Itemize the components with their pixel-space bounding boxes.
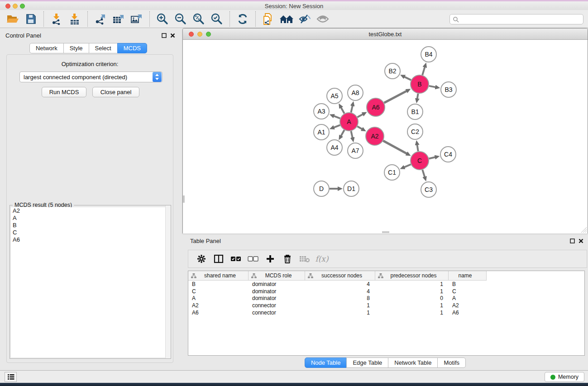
edge-B-B4[interactable] [422,67,425,75]
edge-C-C4[interactable] [429,157,435,158]
float-panel-icon[interactable] [161,33,167,38]
edge-B-B1[interactable] [417,94,418,99]
table-row[interactable]: A2connector11A2 [188,302,584,309]
table-cell[interactable]: 1 [375,302,449,309]
add-column-icon[interactable] [263,252,278,266]
close-panel-icon[interactable] [170,33,176,38]
zoom-selected-icon[interactable] [209,11,225,27]
edge-A-A6[interactable] [357,114,363,117]
table-cell[interactable]: A2 [449,302,487,309]
edge-A-A1[interactable] [334,125,340,127]
edge-A6-B[interactable] [384,91,407,103]
close-panel-button[interactable]: Close panel [92,87,139,97]
float-table-panel-icon[interactable] [569,238,575,244]
tab-select[interactable]: Select [89,43,118,53]
column-header-successor-nodes[interactable]: successor nodes [305,271,375,281]
canvas-horizontal-scrollbar[interactable] [382,231,389,233]
mcds-list-scrollbar[interactable] [165,205,171,358]
select-all-columns-icon[interactable] [228,252,244,266]
table-cell[interactable]: dominator [249,288,305,295]
mcds-result-item[interactable]: B [11,222,170,229]
first-neighbors-icon[interactable] [279,11,294,27]
show-graphics-details-icon[interactable] [315,11,330,27]
node-table[interactable]: shared nameMCDS rolesuccessor nodesprede… [188,271,585,356]
save-session-icon[interactable] [23,11,38,27]
search-field[interactable] [459,15,583,24]
edge-A-A8[interactable] [351,105,352,112]
table-cell[interactable]: 1 [375,310,449,316]
table-cell[interactable]: A2 [188,302,249,309]
edge-A2-C[interactable] [383,141,406,154]
table-row[interactable]: A6connector11A6 [188,309,584,316]
close-table-panel-icon[interactable] [578,238,584,244]
table-cell[interactable]: dominator [249,281,305,287]
tab-motifs[interactable]: Motifs [437,357,466,368]
table-cell[interactable]: C [188,288,249,295]
table-row[interactable]: Adominator80A [188,295,584,302]
table-row[interactable]: Cdominator41C [188,288,584,295]
tab-edge-table[interactable]: Edge Table [346,357,388,368]
import-table-icon[interactable] [67,11,82,27]
table-cell[interactable]: A6 [188,310,249,316]
search-input[interactable] [449,14,583,24]
import-network-icon[interactable] [49,11,64,27]
table-cell[interactable]: dominator [249,295,305,301]
edge-B-B2[interactable] [404,77,411,80]
table-cell[interactable]: A [188,295,249,301]
column-header-shared-name[interactable]: shared name [188,271,249,281]
table-cell[interactable]: 1 [305,310,375,316]
mcds-result-list[interactable]: A2ABCA6 [11,207,170,357]
show-column-panel-icon[interactable] [211,252,226,266]
function-builder-icon[interactable]: f(x) [314,252,330,266]
table-cell[interactable]: 8 [305,295,375,301]
zoom-fit-icon[interactable] [191,11,206,27]
table-cell[interactable]: 4 [305,281,375,287]
canvas-vertical-scrollbar[interactable] [183,195,185,203]
edge-A-A5[interactable] [341,107,344,113]
unselect-all-columns-icon[interactable] [245,252,261,266]
table-cell[interactable]: 4 [305,288,375,295]
run-mcds-button[interactable]: Run MCDS [42,87,86,97]
mcds-result-item[interactable]: C [11,229,170,236]
table-row[interactable]: Bdominator41B [188,281,584,288]
tab-mcds[interactable]: MCDS [117,43,147,53]
export-image-icon[interactable] [129,11,144,27]
table-cell[interactable]: A [449,295,487,301]
table-cell[interactable]: 1 [375,281,449,287]
memory-button[interactable]: Memory [545,372,584,382]
export-table-icon[interactable] [111,11,126,27]
edge-C-C2[interactable] [417,145,418,152]
task-history-button[interactable] [5,372,17,382]
column-header-predecessor-nodes[interactable]: predecessor nodes [375,271,449,281]
resize-grip-icon[interactable] [581,227,587,233]
tab-node-table[interactable]: Node Table [305,357,347,368]
zoom-out-icon[interactable] [173,11,188,27]
table-cell[interactable]: B [449,281,487,287]
tab-network[interactable]: Network [29,43,64,53]
apply-preferred-layout-icon[interactable] [235,11,250,27]
edge-A-A4[interactable] [341,130,344,136]
zoom-in-icon[interactable] [155,11,170,27]
table-cell[interactable]: connector [249,302,305,309]
edge-C-C3[interactable] [422,170,425,177]
table-cell[interactable]: 1 [305,302,375,309]
table-cell[interactable]: 1 [375,288,449,295]
delete-columns-icon[interactable] [280,252,295,266]
export-network-icon[interactable] [93,11,108,27]
network-graph[interactable]: AA1A2A3A4A5A6A7A8BB1B2B3B4CC1C2C3C4DD1 [183,40,588,234]
column-header-name[interactable]: name [449,271,487,281]
open-file-icon[interactable] [5,11,20,27]
hide-graphics-details-icon[interactable] [297,11,312,27]
edge-A-A7[interactable] [351,131,352,138]
optimization-criterion-select[interactable]: largest connected component (directed) [19,71,163,82]
table-cell[interactable]: C [449,288,487,295]
network-canvas[interactable]: AA1A2A3A4A5A6A7A8BB1B2B3B4CC1C2C3C4DD1 [183,40,588,234]
table-cell[interactable]: A6 [449,310,487,316]
mcds-result-item[interactable]: A [11,214,170,222]
edge-B-B3[interactable] [429,86,436,87]
table-cell[interactable]: B [188,281,249,287]
delete-table-icon[interactable] [297,252,312,266]
mcds-result-item[interactable]: A2 [11,207,170,214]
edge-A-A3[interactable] [334,116,340,118]
mcds-result-item[interactable]: A6 [11,236,170,243]
